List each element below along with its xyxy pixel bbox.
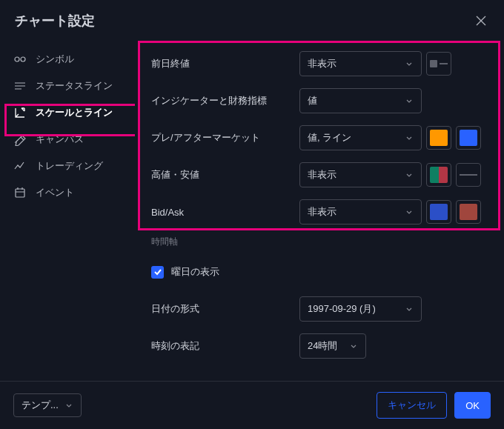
label-timeformat: 時刻の表記 xyxy=(151,339,299,353)
highlight-main-annotation xyxy=(138,41,500,230)
statusline-icon xyxy=(13,79,27,93)
row-dateformat: 日付の形式 1997-09-29 (月) xyxy=(151,296,491,322)
cancel-button[interactable]: キャンセル xyxy=(377,392,447,419)
select-value: 1997-09-29 (月) xyxy=(308,302,376,316)
chevron-down-icon xyxy=(405,305,414,313)
section-heading-timeaxis: 時間軸 xyxy=(151,236,491,248)
svg-point-1 xyxy=(21,57,25,61)
close-icon xyxy=(474,14,488,27)
select-dateformat[interactable]: 1997-09-29 (月) xyxy=(299,296,422,322)
sidebar-item-statusline[interactable]: ステータスライン xyxy=(0,73,133,99)
select-timeformat[interactable]: 24時間 xyxy=(299,333,366,359)
close-button[interactable] xyxy=(473,13,489,29)
checkbox-dayofweek[interactable] xyxy=(151,266,164,279)
row-dayofweek: 曜日の表示 xyxy=(151,259,491,285)
chevron-down-icon xyxy=(349,342,358,350)
row-timeformat: 時刻の表記 24時間 xyxy=(151,333,491,359)
svg-rect-2 xyxy=(16,189,24,197)
sidebar-item-symbol[interactable]: シンボル xyxy=(0,46,133,73)
label-dateformat: 日付の形式 xyxy=(151,302,299,316)
events-icon xyxy=(13,186,27,199)
check-icon xyxy=(153,267,162,276)
highlight-sidebar-annotation xyxy=(4,104,135,136)
trading-icon xyxy=(13,159,27,173)
sidebar-item-label: ステータスライン xyxy=(36,79,113,93)
sidebar-item-label: イベント xyxy=(36,186,74,199)
select-value: 24時間 xyxy=(308,339,337,353)
dialog-header: チャート設定 xyxy=(0,0,504,40)
select-template[interactable]: テンプ... xyxy=(13,393,82,417)
dialog-title: チャート設定 xyxy=(15,12,95,30)
chevron-down-icon xyxy=(64,401,73,410)
sidebar-item-events[interactable]: イベント xyxy=(0,179,133,206)
dialog-footer: テンプ... キャンセル OK xyxy=(0,381,504,429)
sidebar: シンボル ステータスライン スケールとライン キャンバス トレーディング イベン… xyxy=(0,40,133,381)
sidebar-item-trading[interactable]: トレーディング xyxy=(0,153,133,179)
symbol-icon xyxy=(13,53,27,66)
footer-actions: キャンセル OK xyxy=(377,392,491,419)
ok-button[interactable]: OK xyxy=(454,392,491,419)
svg-point-0 xyxy=(15,57,19,61)
select-value: テンプ... xyxy=(21,399,59,412)
sidebar-item-label: トレーディング xyxy=(36,159,103,173)
sidebar-item-label: シンボル xyxy=(36,53,74,66)
label-dayofweek: 曜日の表示 xyxy=(171,265,219,279)
